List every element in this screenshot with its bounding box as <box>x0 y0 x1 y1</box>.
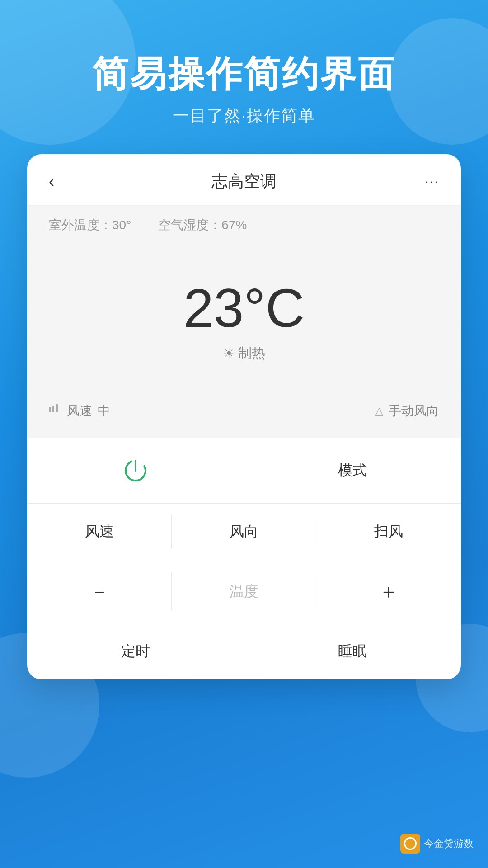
wind-speed-info: 风速 中 <box>49 402 110 420</box>
hero-section: 简易操作简约界面 一目了然·操作简单 <box>0 0 488 154</box>
timer-button[interactable]: 定时 <box>27 623 244 679</box>
wind-speed-icon <box>49 404 61 418</box>
main-card: ‹ 志高空调 ··· 室外温度：30° 空气湿度：67% 23°C ☀ 制热 <box>27 154 461 679</box>
mode-text: 制热 <box>238 344 265 363</box>
more-button[interactable]: ··· <box>412 173 439 190</box>
wind-dir-ctrl-label: 风向 <box>230 522 258 542</box>
wind-dir-button[interactable]: 风向 <box>172 504 316 560</box>
row-wind: 风速 风向 扫风 <box>27 504 461 560</box>
temp-plus-button[interactable]: ＋ <box>316 560 461 623</box>
timer-label: 定时 <box>121 642 150 661</box>
power-icon <box>121 456 150 485</box>
row-power-mode: 模式 <box>27 438 461 504</box>
wind-direction-icon: △ <box>375 405 383 417</box>
wind-speed-ctrl-label: 风速 <box>85 522 114 542</box>
wind-direction-info: △ 手动风向 <box>375 402 439 420</box>
device-title: 志高空调 <box>211 170 277 193</box>
temperature-value: 23°C <box>183 281 305 335</box>
svg-rect-0 <box>49 407 51 412</box>
control-grid: 模式 风速 风向 扫风 － 温度 ＋ <box>27 438 461 679</box>
sleep-label: 睡眠 <box>338 642 367 661</box>
power-button[interactable] <box>27 438 244 503</box>
watermark-logo-inner <box>404 837 417 850</box>
mode-label: 模式 <box>338 461 367 481</box>
card-header: ‹ 志高空调 ··· <box>27 154 461 206</box>
mode-button[interactable]: 模式 <box>244 438 461 503</box>
sleep-button[interactable]: 睡眠 <box>244 623 461 679</box>
temp-plus-label: ＋ <box>379 578 399 605</box>
wind-speed-value: 中 <box>98 402 110 420</box>
temp-mode: ☀ 制热 <box>223 344 265 363</box>
humidity-status: 空气湿度：67% <box>158 217 247 234</box>
hero-subtitle: 一目了然·操作简单 <box>0 105 488 127</box>
temp-center: 温度 <box>172 560 316 623</box>
temperature-display: 23°C ☀ 制热 <box>27 245 461 390</box>
back-button[interactable]: ‹ <box>49 172 76 191</box>
mode-icon: ☀ <box>223 346 235 361</box>
temp-ctrl-label: 温度 <box>230 582 258 602</box>
outdoor-temp-status: 室外温度：30° <box>49 217 131 234</box>
wind-sweep-ctrl-label: 扫风 <box>374 522 403 542</box>
wind-speed-button[interactable]: 风速 <box>27 504 172 560</box>
status-bar: 室外温度：30° 空气湿度：67% <box>27 206 461 245</box>
watermark-text: 今金贷游数 <box>424 837 474 850</box>
wind-sweep-button[interactable]: 扫风 <box>316 504 461 560</box>
svg-rect-2 <box>56 404 58 412</box>
watermark-logo <box>400 834 420 854</box>
wind-speed-label: 风速 <box>67 402 92 420</box>
row-timer-sleep: 定时 睡眠 <box>27 623 461 679</box>
wind-info-bar: 风速 中 △ 手动风向 <box>27 390 461 438</box>
watermark: 今金贷游数 <box>400 834 474 854</box>
svg-rect-1 <box>52 406 54 412</box>
hero-title: 简易操作简约界面 <box>0 54 488 94</box>
temp-minus-button[interactable]: － <box>27 560 172 623</box>
temp-minus-label: － <box>89 578 109 605</box>
wind-direction-label: 手动风向 <box>389 402 439 420</box>
row-temperature: － 温度 ＋ <box>27 560 461 623</box>
